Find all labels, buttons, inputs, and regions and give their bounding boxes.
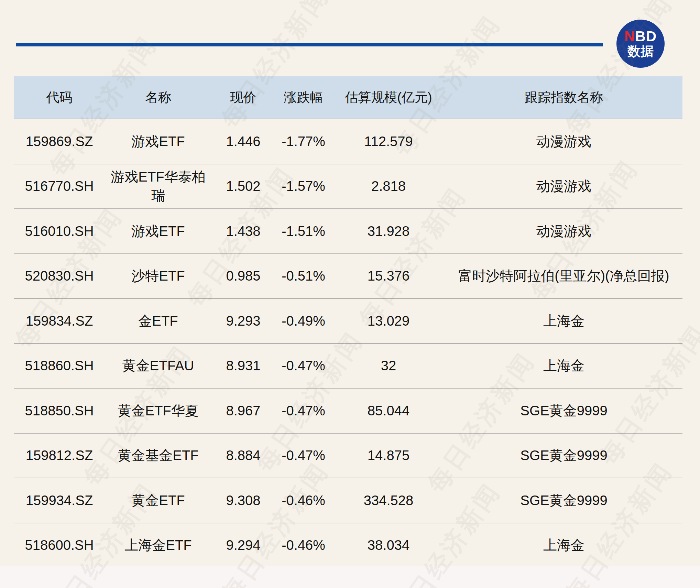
table-row: 516010.SH游戏ETF1.438-1.51%31.928动漫游戏 <box>14 208 682 253</box>
table-cell: 518860.SH <box>14 358 105 373</box>
table-cell: 2.818 <box>332 178 445 194</box>
table-cell: -0.47% <box>275 403 332 418</box>
table-cell: 富时沙特阿拉伯(里亚尔)(净总回报) <box>445 266 682 285</box>
table-cell: -0.46% <box>275 493 332 508</box>
table-cell: 1.438 <box>211 224 275 239</box>
logo-subtitle: 数据 <box>627 45 654 58</box>
table-cell: 黄金ETF华夏 <box>105 401 211 420</box>
column-header: 跟踪指数名称 <box>445 89 682 106</box>
table-cell: 15.376 <box>332 268 445 284</box>
column-header: 现价 <box>211 89 275 106</box>
table-cell: 上海金 <box>445 536 682 555</box>
table-cell: 动漫游戏 <box>445 177 682 196</box>
table-cell: -0.47% <box>275 448 332 463</box>
table-cell: -1.51% <box>275 224 332 239</box>
table-cell: -0.51% <box>275 268 332 284</box>
table-row: 159934.SZ黄金ETF9.308-0.46%334.528SGE黄金999… <box>14 478 682 523</box>
table-row: 159834.SZ金ETF9.293-0.49%13.029上海金 <box>14 298 682 343</box>
table-cell: 518600.SH <box>14 537 105 553</box>
table-cell: 38.034 <box>332 537 445 553</box>
table-body: 159869.SZ游戏ETF1.446-1.77%112.579动漫游戏5167… <box>14 119 682 567</box>
table-row: 518600.SH上海金ETF9.294-0.46%38.034上海金 <box>14 523 682 568</box>
table-cell: 85.044 <box>332 403 445 418</box>
table-cell: 516010.SH <box>14 224 105 239</box>
column-header: 估算规模(亿元) <box>332 89 445 106</box>
table-cell: 0.985 <box>211 268 275 284</box>
table-cell: 黄金ETF <box>105 491 211 510</box>
table-cell: 334.528 <box>332 493 445 508</box>
column-header: 代码 <box>14 89 105 106</box>
table-cell: 9.293 <box>211 313 275 329</box>
table-cell: 沙特ETF <box>105 266 211 285</box>
table-cell: 112.579 <box>332 134 445 149</box>
table-cell: 8.967 <box>211 403 275 418</box>
table-cell: 159869.SZ <box>14 134 105 149</box>
table-row: 516770.SH游戏ETF华泰柏瑞1.502-1.57%2.818动漫游戏 <box>14 164 682 209</box>
table-cell: 游戏ETF <box>105 222 211 241</box>
footer-band <box>0 566 700 588</box>
table-cell: -0.49% <box>275 313 332 329</box>
table-cell: 动漫游戏 <box>445 132 682 151</box>
table-cell: 31.928 <box>332 224 445 239</box>
table-cell: 1.502 <box>211 178 275 194</box>
table-cell: -1.57% <box>275 178 332 194</box>
table-header-row: 代码名称现价涨跌幅估算规模(亿元)跟踪指数名称 <box>14 76 682 119</box>
table-cell: 上海金 <box>445 312 682 330</box>
table-cell: 9.308 <box>211 493 275 508</box>
table-cell: 上海金 <box>445 356 682 375</box>
table-cell: -0.47% <box>275 358 332 373</box>
table-cell: 黄金基金ETF <box>105 446 211 465</box>
table-cell: 游戏ETF华泰柏瑞 <box>105 167 211 205</box>
table-cell: SGE黄金9999 <box>445 491 682 510</box>
table-row: 520830.SH沙特ETF0.985-0.51%15.376富时沙特阿拉伯(里… <box>14 253 682 298</box>
table-cell: 520830.SH <box>14 268 105 284</box>
table-cell: 14.875 <box>332 448 445 463</box>
table-cell: 游戏ETF <box>105 132 211 151</box>
table-cell: 159834.SZ <box>14 313 105 329</box>
table-row: 159869.SZ游戏ETF1.446-1.77%112.579动漫游戏 <box>14 119 682 164</box>
table-cell: -0.46% <box>275 537 332 553</box>
column-header: 名称 <box>105 89 211 106</box>
column-header: 涨跌幅 <box>275 89 332 106</box>
header-accent-line <box>16 43 603 46</box>
table-cell: 32 <box>332 358 445 373</box>
table-cell: 1.446 <box>211 134 275 149</box>
nbd-logo: NBD 数据 <box>616 20 665 68</box>
table-cell: 上海金ETF <box>105 536 211 555</box>
table-cell: -1.77% <box>275 134 332 149</box>
table-row: 518850.SH黄金ETF华夏8.967-0.47%85.044SGE黄金99… <box>14 388 682 433</box>
table-cell: 8.931 <box>211 358 275 373</box>
logo-text-nbd: NBD <box>624 29 657 44</box>
table-cell: 159934.SZ <box>14 493 105 508</box>
table-row: 518860.SH黄金ETFAU8.931-0.47%32上海金 <box>14 343 682 388</box>
table-row: 159812.SZ黄金基金ETF8.884-0.47%14.875SGE黄金99… <box>14 433 682 478</box>
table-cell: 159812.SZ <box>14 448 105 463</box>
logo-letter-n: N <box>624 28 635 44</box>
etf-table: 代码名称现价涨跌幅估算规模(亿元)跟踪指数名称 159869.SZ游戏ETF1.… <box>14 76 682 567</box>
table-cell: SGE黄金9999 <box>445 401 682 420</box>
table-cell: 516770.SH <box>14 178 105 194</box>
table-cell: 黄金ETFAU <box>105 356 211 375</box>
table-cell: 动漫游戏 <box>445 222 682 241</box>
logo-letters-bd: BD <box>635 28 657 44</box>
table-cell: 518850.SH <box>14 403 105 418</box>
table-cell: 8.884 <box>211 448 275 463</box>
table-cell: 13.029 <box>332 313 445 329</box>
table-cell: 9.294 <box>211 537 275 553</box>
table-cell: SGE黄金9999 <box>445 446 682 465</box>
table-cell: 金ETF <box>105 312 211 330</box>
